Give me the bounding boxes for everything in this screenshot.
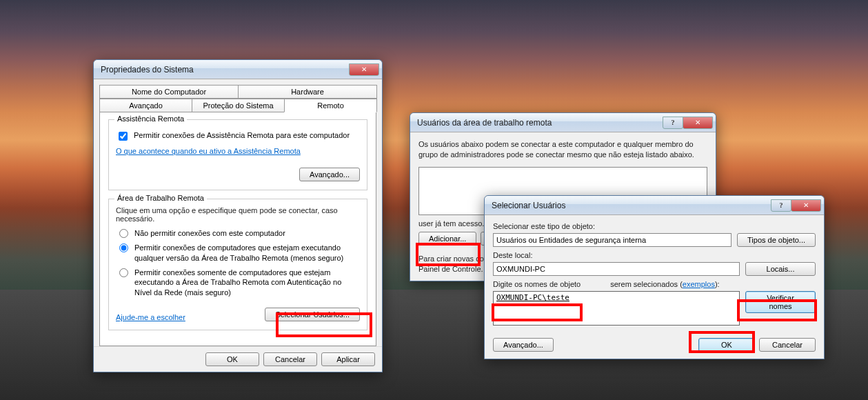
titlebar[interactable]: Selecionar Usuários ? ✕ — [485, 196, 824, 215]
dialog-buttons: OK Cancelar Aplicar — [94, 346, 382, 372]
tabs: Nome do Computador Hardware Avançado Pro… — [99, 85, 376, 112]
names-label: Digite os nomes de objeto serem selecion… — [493, 280, 816, 288]
window-title: Propriedades do Sistema — [101, 65, 350, 74]
tab-remote[interactable]: Remoto — [284, 99, 377, 112]
object-types-button[interactable]: Tipos de objeto... — [737, 233, 816, 247]
ok-button[interactable]: OK — [205, 352, 259, 366]
object-names-input[interactable] — [493, 291, 740, 326]
select-users-window: Selecionar Usuários ? ✕ Selecionar este … — [484, 195, 825, 359]
tab-advanced[interactable]: Avançado — [99, 99, 192, 112]
help-icon[interactable]: ? — [771, 199, 791, 212]
add-button[interactable]: Adicionar... — [418, 232, 476, 246]
remote-assistance-group: Assistência Remota Permitir conexões de … — [108, 119, 367, 190]
apply-button[interactable]: Aplicar — [321, 352, 375, 366]
help-me-choose-link[interactable]: Ajude-me a escolher — [116, 313, 185, 321]
group-title: Área de Trabalho Remota — [114, 194, 207, 202]
locations-button[interactable]: Locais... — [745, 262, 816, 276]
tab-computer-name[interactable]: Nome do Computador — [99, 85, 239, 99]
advanced-button[interactable]: Avançado... — [493, 338, 554, 352]
remote-assistance-advanced-button[interactable]: Avançado... — [299, 168, 360, 181]
location-label: Deste local: — [493, 251, 816, 259]
remote-assistance-help-link[interactable]: O que acontece quando eu ativo a Assistê… — [116, 147, 301, 155]
system-properties-window: Propriedades do Sistema ✕ Nome do Comput… — [93, 59, 383, 372]
radio-input[interactable] — [119, 243, 128, 252]
radio-allow-nla-only[interactable]: Permitir conexões somente de computadore… — [116, 268, 360, 299]
object-type-field[interactable] — [493, 233, 731, 247]
cancel-button[interactable]: Cancelar — [759, 338, 816, 352]
allow-remote-assistance-checkbox[interactable]: Permitir conexões de Assistência Remota … — [116, 131, 360, 143]
location-field[interactable] — [493, 262, 740, 276]
window-title: Selecionar Usuários — [492, 201, 771, 210]
close-icon[interactable]: ✕ — [349, 63, 379, 76]
group-title: Assistência Remota — [114, 114, 187, 123]
titlebar[interactable]: Usuários da área de trabalho remota ? ✕ — [410, 113, 716, 132]
help-icon[interactable]: ? — [663, 117, 683, 129]
tab-remote-body: Assistência Remota Permitir conexões de … — [99, 112, 376, 346]
check-names-button[interactable]: Verificar nomes — [745, 291, 816, 313]
remote-desktop-intro: Clique em uma opção e especifique quem p… — [116, 206, 360, 223]
cancel-button[interactable]: Cancelar — [263, 352, 317, 366]
titlebar[interactable]: Propriedades do Sistema ✕ — [94, 60, 382, 79]
intro-text: Os usuários abaixo podem se conectar a e… — [418, 139, 707, 160]
radio-allow-any-version[interactable]: Permitir conexões de computadores que es… — [116, 243, 360, 263]
radio-input[interactable] — [119, 229, 128, 238]
tab-hardware[interactable]: Hardware — [238, 85, 377, 99]
checkbox-input[interactable] — [119, 132, 128, 141]
radio-no-connections[interactable]: Não permitir conexões com este computado… — [116, 228, 360, 239]
remote-desktop-group: Área de Trabalho Remota Clique em uma op… — [108, 199, 367, 330]
close-icon[interactable]: ✕ — [791, 199, 821, 212]
radio-input[interactable] — [119, 268, 128, 277]
close-icon[interactable]: ✕ — [683, 117, 713, 129]
examples-link[interactable]: exemplos — [683, 280, 715, 288]
window-title: Usuários da área de trabalho remota — [417, 118, 663, 128]
select-users-button[interactable]: Selecionar Usuários... — [265, 308, 360, 321]
dialog-body: Selecionar este tipo de objeto: Tipos de… — [485, 215, 824, 359]
object-type-label: Selecionar este tipo de objeto: — [493, 222, 816, 230]
tab-system-protection[interactable]: Proteção do Sistema — [192, 99, 285, 112]
ok-button[interactable]: OK — [698, 338, 755, 352]
